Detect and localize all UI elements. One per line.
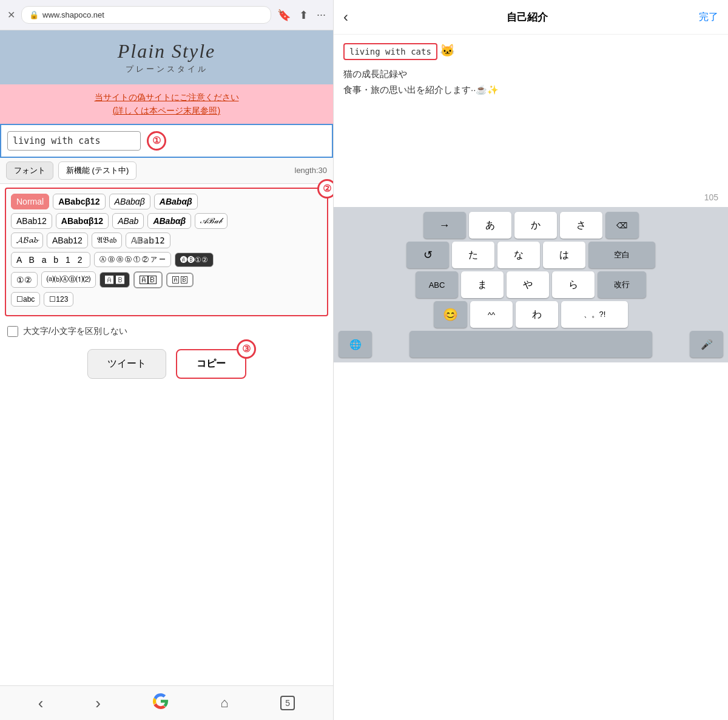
checkbox-row: 大文字/小文字を区別しない	[0, 320, 333, 343]
copy-button[interactable]: コピー	[176, 349, 246, 379]
text-input[interactable]	[7, 131, 141, 151]
bookmark-icon[interactable]: 🔖	[277, 8, 291, 22]
nav-google[interactable]	[153, 693, 169, 713]
key-space[interactable]: 空白	[588, 242, 655, 268]
tweet-button[interactable]: ツイート	[87, 349, 166, 379]
tab-new-feature[interactable]: 新機能 (テスト中)	[58, 161, 136, 180]
font-style-23[interactable]: ☐123	[44, 292, 73, 307]
bottom-nav: ‹ › ⌂ 5	[0, 685, 333, 720]
bio-description: 猫の成長記録や食事・旅の思い出を紹介します··☕✨	[343, 66, 718, 97]
keyboard-row-4: 😊 ^^ わ 、。?!	[336, 301, 726, 328]
font-style-16[interactable]: 🅐🅑①②	[175, 253, 214, 267]
input-section: ①	[0, 124, 333, 158]
font-style-8[interactable]: ABabαβ	[147, 213, 191, 229]
done-button[interactable]: 完了	[699, 11, 718, 24]
key-punctuation[interactable]: 、。?!	[561, 301, 628, 328]
step-badge-2: ②	[317, 179, 334, 199]
font-row-3: 𝓐𝓑𝓪𝓫 ABab12 𝔄𝔅𝔞𝔟 𝔸𝔹𝕒𝕓12	[11, 233, 322, 248]
key-ya[interactable]: や	[507, 271, 549, 298]
font-normal[interactable]: Normal	[11, 194, 49, 209]
cat-emoji: 🐱	[440, 43, 455, 58]
nav-back[interactable]: ‹	[38, 694, 44, 713]
key-undo[interactable]: ↺	[406, 242, 449, 268]
case-sensitive-checkbox[interactable]	[7, 326, 18, 337]
step-badge-1: ①	[147, 131, 166, 151]
site-subtitle: プレーンスタイル	[10, 64, 323, 75]
step-badge-3: ③	[237, 339, 256, 359]
site-header: Plain Style プレーンスタイル	[0, 30, 333, 84]
font-style-6[interactable]: ABabαβ12	[56, 213, 109, 229]
font-style-12[interactable]: 𝔄𝔅𝔞𝔟	[92, 233, 122, 248]
page-title: 自己紹介	[356, 10, 699, 24]
nav-home[interactable]: ⌂	[220, 695, 228, 711]
font-style-7[interactable]: ABab	[112, 213, 144, 229]
left-panel: ✕ 🔒 www.shapoco.net 🔖 ⬆ ··· Plain Style …	[0, 0, 334, 720]
key-arrow[interactable]: →	[423, 212, 466, 239]
nav-tabs[interactable]: 5	[280, 696, 295, 710]
font-row-1: Normal ABabcβ12 ABabαβ ABabαβ	[11, 194, 322, 209]
length-indicator: length:30	[295, 166, 328, 175]
font-style-18[interactable]: ⒜⒝ⒶⒷ⑴⑵	[41, 271, 96, 288]
char-count: 105	[334, 192, 728, 207]
share-icon[interactable]: ⬆	[299, 8, 308, 22]
bio-input-row: living with cats 🐱	[343, 43, 718, 60]
browser-icons: 🔖 ⬆ ···	[277, 8, 326, 22]
key-globe[interactable]: 🌐	[339, 331, 372, 358]
key-ta[interactable]: た	[452, 242, 494, 268]
warning-link[interactable]: 当サイトの偽サイトにご注意ください(詳しくは本ページ末尾参照)	[95, 92, 239, 115]
key-ka[interactable]: か	[514, 212, 557, 239]
key-emoji[interactable]: 😊	[434, 301, 467, 328]
key-ma[interactable]: ま	[461, 271, 504, 298]
font-bold-italic[interactable]: ABabαβ	[154, 194, 198, 209]
font-style-22[interactable]: ☐abc	[11, 292, 40, 307]
tab-font[interactable]: フォント	[6, 161, 53, 180]
keyboard-row-1: → あ か さ ⌫	[336, 212, 726, 239]
warning-banner: 当サイトの偽サイトにご注意ください(詳しくは本ページ末尾参照)	[0, 84, 333, 124]
key-delete[interactable]: ⌫	[605, 212, 639, 239]
key-na[interactable]: な	[497, 242, 540, 268]
font-style-15[interactable]: Ⓐ Ⓑ ⓐ ⓑ ① ② ア ー	[94, 252, 171, 267]
key-sa[interactable]: さ	[560, 212, 602, 239]
font-style-9[interactable]: 𝒜ℬ𝒶𝒷	[195, 213, 228, 229]
font-style-10[interactable]: 𝓐𝓑𝓪𝓫	[11, 233, 43, 248]
font-style-20[interactable]: 🄰🄱	[133, 271, 163, 288]
font-grid-section: ② Normal ABabcβ12 ABabαβ ABabαβ ABab12 A…	[5, 188, 328, 316]
font-row-6: ☐abc ☐123	[11, 292, 322, 307]
font-italic[interactable]: ABabαβ	[109, 194, 150, 209]
key-abc[interactable]: ABC	[416, 271, 458, 298]
font-row-2: ABab12 ABabαβ12 ABab ABabαβ 𝒜ℬ𝒶𝒷	[11, 213, 322, 229]
bio-section: living with cats 🐱 猫の成長記録や食事・旅の思い出を紹介します…	[334, 35, 728, 192]
keyboard-bottom-bar: 🌐 🎤	[336, 331, 726, 360]
font-row-4: A B a b 1 2 Ⓐ Ⓑ ⓐ ⓑ ① ② ア ー 🅐🅑①②	[11, 252, 322, 268]
site-title: Plain Style	[10, 40, 323, 63]
font-style-19[interactable]: 🅰 🅱	[99, 272, 130, 288]
font-style-5[interactable]: ABab12	[11, 213, 52, 229]
key-mic[interactable]: 🎤	[690, 331, 723, 358]
url-bar[interactable]: 🔒 www.shapoco.net	[21, 6, 271, 24]
nav-forward[interactable]: ›	[95, 694, 101, 713]
key-spacebar[interactable]	[410, 331, 652, 358]
key-symbols1[interactable]: ^^	[470, 301, 513, 328]
right-back-button[interactable]: ‹	[343, 8, 348, 25]
font-style-17[interactable]: ①②	[11, 272, 38, 288]
right-top-bar: ‹ 自己紹介 完了	[334, 0, 728, 35]
more-icon[interactable]: ···	[317, 8, 326, 22]
key-ha[interactable]: は	[543, 242, 585, 268]
font-bold-serif[interactable]: ABabcβ12	[53, 194, 105, 209]
keyboard: → あ か さ ⌫ ↺ た な は 空白 ABC ま や ら 改行 😊 ^^ わ…	[334, 207, 728, 362]
font-style-13[interactable]: 𝔸𝔹𝕒𝕓12	[126, 233, 170, 248]
font-style-21[interactable]: 🄰 🄱	[166, 273, 194, 287]
font-style-11[interactable]: ABab12	[47, 233, 88, 248]
key-return[interactable]: 改行	[598, 271, 646, 298]
key-ra[interactable]: ら	[552, 271, 595, 298]
tabs-row: フォント 新機能 (テスト中) length:30	[0, 158, 333, 184]
key-a[interactable]: あ	[469, 212, 511, 239]
key-wa[interactable]: わ	[516, 301, 558, 328]
right-panel: ‹ 自己紹介 完了 living with cats 🐱 猫の成長記録や食事・旅…	[334, 0, 728, 720]
font-style-14[interactable]: A B a b 1 2	[11, 252, 90, 268]
lock-icon: 🔒	[29, 10, 39, 19]
bio-text-input[interactable]: living with cats	[343, 43, 437, 60]
font-row-5: ①② ⒜⒝ⒶⒷ⑴⑵ 🅰 🅱 🄰🄱 🄰 🄱	[11, 271, 322, 288]
close-icon[interactable]: ✕	[7, 9, 15, 21]
action-buttons: ツイート コピー ③	[0, 343, 333, 385]
